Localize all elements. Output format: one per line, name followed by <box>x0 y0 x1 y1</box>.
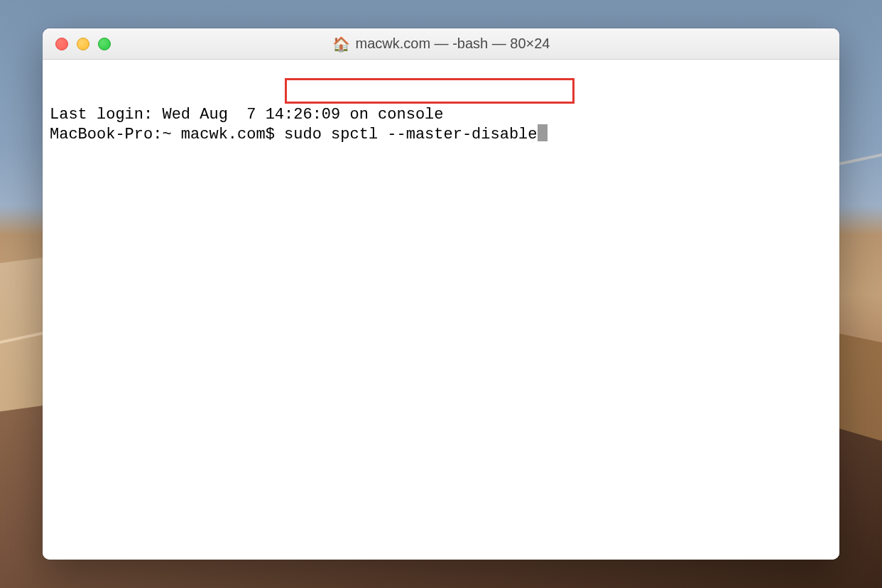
window-controls <box>43 38 111 50</box>
terminal-prompt: MacBook-Pro:~ macwk.com$ <box>50 125 284 145</box>
close-button[interactable] <box>55 38 68 50</box>
window-title-text: macwk.com — -bash — 80×24 <box>356 36 550 52</box>
minimize-button[interactable] <box>77 38 89 50</box>
maximize-button[interactable] <box>98 38 111 50</box>
terminal-cursor <box>538 124 548 141</box>
home-icon: 🏠 <box>332 37 350 51</box>
window-title: 🏠 macwk.com — -bash — 80×24 <box>43 36 839 52</box>
annotation-highlight-box <box>285 78 575 104</box>
terminal-command-input[interactable]: sudo spctl --master-disable <box>284 125 537 145</box>
terminal-body[interactable]: Last login: Wed Aug 7 14:26:09 on consol… <box>43 60 839 560</box>
terminal-output-line: Last login: Wed Aug 7 14:26:09 on consol… <box>50 105 832 125</box>
window-titlebar[interactable]: 🏠 macwk.com — -bash — 80×24 <box>43 28 839 60</box>
terminal-window: 🏠 macwk.com — -bash — 80×24 Last login: … <box>43 28 839 560</box>
